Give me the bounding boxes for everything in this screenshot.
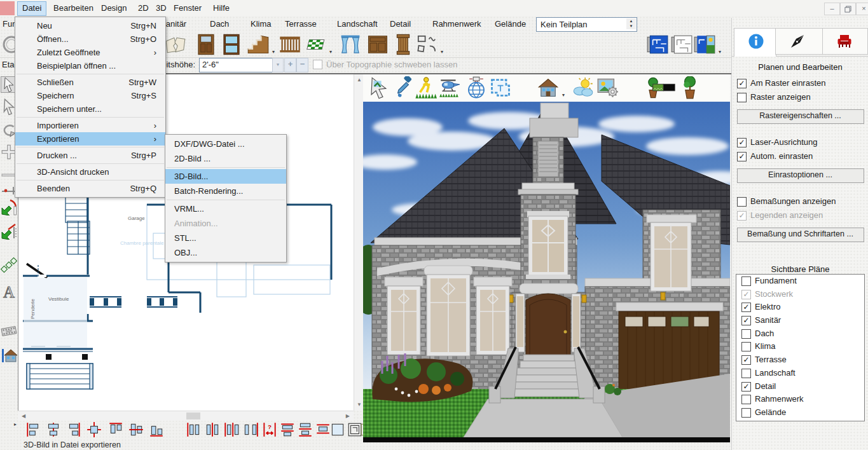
checkbox-rahmenwerk[interactable]: Rahmenwerk [741,393,864,406]
menubar-item-hilfe[interactable]: Hilfe [209,1,234,15]
tool-auto-dimension[interactable] [1,199,17,215]
height-increase-button[interactable]: + [284,58,296,72]
tool-window[interactable] [220,33,243,56]
dropdown-arrow-icon[interactable]: ▾ [562,93,565,98]
menu-item-stl[interactable]: STL... [165,231,286,245]
checkbox-elektro[interactable]: ✓Elektro [741,301,864,314]
checkbox-box[interactable] [741,329,751,339]
tool-space-d[interactable] [243,421,258,438]
menu-item-vrml[interactable]: VRML... [165,201,286,216]
tool-stack-c[interactable] [315,421,331,438]
menu-item-batch-rendering[interactable]: Batch-Rendering... [165,184,286,198]
menubar-item-bearbeiten[interactable]: Bearbeiten [49,1,98,15]
checkbox-box[interactable] [741,342,751,351]
tool-blueprint-view[interactable] [646,33,669,56]
checkbox-box[interactable]: ✓ [741,303,751,312]
button-bemaßung-und-schriftarten[interactable]: Bemaßung und Schriftarten ... [737,228,864,242]
tool-house-3d[interactable]: ▾ [537,76,560,99]
dropdown-arrow-icon[interactable]: ▾ [441,50,443,55]
tool-text[interactable]: A [1,283,17,300]
tool-curtain[interactable] [339,33,362,56]
tool-door[interactable] [195,33,217,56]
menu-item-3d-bild[interactable]: 3D-Bild... [165,169,286,184]
scroll-up-icon[interactable]: ▲ [357,77,362,83]
menu-item-drucken[interactable]: Drucken ...Strg+P [15,149,165,162]
tool-align-middle-h[interactable] [128,421,144,438]
tool-render-settings[interactable] [596,76,619,99]
checkbox-box[interactable]: ✓ [741,382,751,392]
tool-plant-large[interactable] [679,76,701,99]
checkbox-box[interactable] [737,93,747,102]
tool-frame-empty[interactable] [330,421,345,438]
tool-frame-arrow[interactable] [360,421,363,438]
checkbox-landschaft[interactable]: Landschaft [741,367,864,380]
menu-item-2d-bild[interactable]: 2D-Bild ... [165,151,286,166]
menu-item-zuletzt-geöffnete[interactable]: Zuletzt Geöffnete› [15,46,165,59]
tool-cabinet[interactable] [366,33,389,56]
plan-tab-klima[interactable]: Klima [251,18,272,30]
tool-space-q[interactable]: ? [262,421,277,438]
tool-view-house[interactable] [1,347,17,364]
checkbox-box[interactable]: ✓ [737,79,747,88]
tool-eyedropper[interactable] [392,76,415,99]
checkbox-box[interactable] [741,276,751,286]
tool-season-bar[interactable] [652,76,675,99]
scroll-left-icon[interactable]: ◀ [22,413,25,419]
scroll-right-icon[interactable]: ▶ [346,413,350,419]
checkbox-detail[interactable]: ✓Detail [741,380,864,393]
tool-flyover[interactable] [438,76,461,99]
menubar-item-fenster[interactable]: Fenster [169,1,206,15]
checkbox-box[interactable]: ✓ [737,211,747,221]
tool-align-left[interactable] [25,421,41,438]
tool-wiring[interactable] [1,257,17,273]
panel-tab-pen[interactable] [775,28,823,55]
tool-view-split[interactable]: ▾ [693,33,716,56]
menu-item-speichern[interactable]: SpeichernStrg+S [15,89,165,102]
tool-plan-view[interactable] [670,33,693,56]
tool-stack-b[interactable] [298,421,313,438]
checkbox-box[interactable]: ✓ [741,290,751,299]
plan-horizontal-scrollbar[interactable]: ◀ ▶ [18,411,354,421]
tool-point-dimension[interactable] [1,223,17,240]
dropdown-arrow-icon[interactable]: ▾ [329,50,332,55]
dropdown-arrow-icon[interactable]: ▾ [272,50,275,55]
teilplan-dropdown[interactable]: Kein Teilplan ▲▼ [536,17,637,32]
render-3d-view[interactable] [363,102,730,437]
menu-item-schließen[interactable]: SchließenStrg+W [15,76,165,89]
tool-space-b[interactable] [205,421,220,438]
tool-align-right[interactable] [66,421,81,438]
plan-tab-landschaft[interactable]: Landschaft [337,18,378,30]
work-height-input[interactable]: 2'-6" [199,58,277,72]
menu-item-dxf-dwg-datei[interactable]: DXF/DWG-Datei ... [165,137,286,151]
minimize-button[interactable]: – [824,3,840,15]
checkbox-terrasse[interactable]: ✓Terrasse [741,353,864,367]
menu-item-importieren[interactable]: Importieren› [15,119,165,132]
menubar-item-datei[interactable]: Datei [17,1,46,16]
checkbox-laser-ausrichtung[interactable]: ✓Laser-Ausrichtung [737,136,868,150]
panel-tab-furniture[interactable] [822,28,868,55]
checkbox-box[interactable] [741,408,751,418]
menubar-item-design[interactable]: Design [97,1,131,15]
checkbox-box[interactable]: ✓ [741,316,751,325]
menu-item-beispielplan-öffnen[interactable]: Beispielplan öffnen ... [15,59,165,72]
menu-item-exportieren[interactable]: Exportieren› [15,132,165,146]
plan-tab-dach[interactable]: Dach [210,18,229,30]
tool-sun-weather[interactable] [572,76,595,99]
checkbox-box[interactable] [737,197,747,207]
tool-stack-a[interactable] [280,421,295,438]
checkbox-klima[interactable]: Klima [741,340,864,353]
button-rastereigenschaften[interactable]: Rastereigenschaften ... [737,109,864,124]
checkbox-dach[interactable]: Dach [741,327,864,341]
checkbox-box[interactable]: ✓ [737,138,747,147]
close-button[interactable]: × [856,3,868,15]
menu-item-obj[interactable]: OBJ... [165,245,286,260]
topography-checkbox[interactable] [313,60,322,69]
menu-item-öffnen[interactable]: Öffnen...Strg+O [15,32,165,46]
tool-align-center-v[interactable] [46,421,61,438]
menu-item-neu[interactable]: NeuStrg+N [15,19,165,32]
panel-tab-info[interactable] [734,28,776,57]
tool-align-top[interactable] [108,421,123,438]
scroll-down-icon[interactable]: ▼ [357,402,362,408]
checkbox-am-raster-einrasten[interactable]: ✓Am Raster einrasten [737,77,868,91]
plan-tab-gelände[interactable]: Gelände [495,18,526,30]
